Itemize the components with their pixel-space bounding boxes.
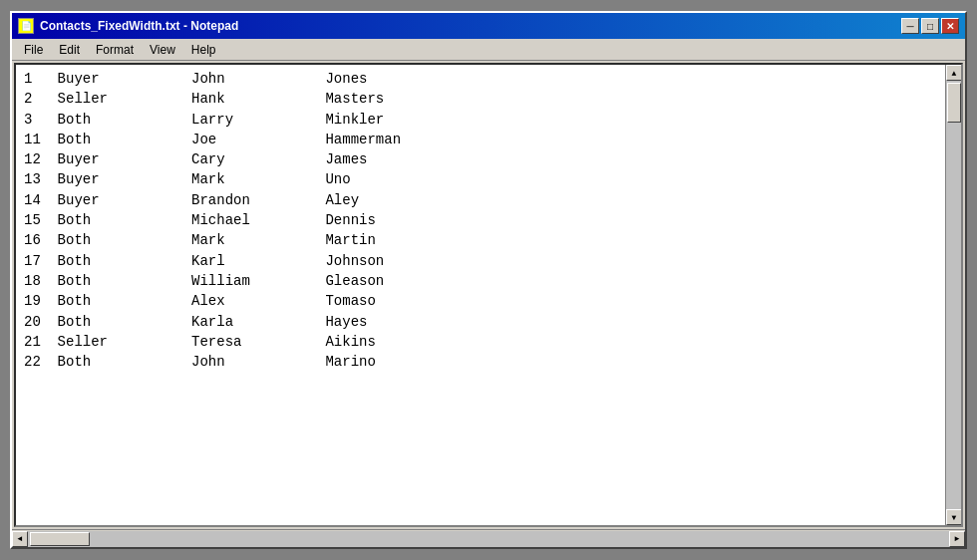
menu-edit[interactable]: Edit — [51, 41, 88, 59]
minimize-button[interactable]: ─ — [901, 18, 919, 34]
content-area: 1 Buyer John Jones 2 Seller Hank Masters… — [14, 63, 963, 527]
maximize-button[interactable]: □ — [921, 18, 939, 34]
app-icon: 📄 — [18, 18, 34, 34]
title-bar-left: 📄 Contacts_FixedWidth.txt - Notepad — [18, 18, 238, 34]
menu-file[interactable]: File — [16, 41, 51, 59]
scroll-down-button[interactable]: ▼ — [946, 509, 962, 525]
scroll-track-y[interactable] — [946, 81, 961, 509]
scroll-up-button[interactable]: ▲ — [946, 65, 962, 81]
close-button[interactable]: ✕ — [941, 18, 959, 34]
scroll-left-button[interactable]: ◄ — [12, 531, 28, 547]
window-controls: ─ □ ✕ — [901, 18, 959, 34]
menu-view[interactable]: View — [142, 41, 183, 59]
menu-help[interactable]: Help — [183, 41, 224, 59]
title-bar: 📄 Contacts_FixedWidth.txt - Notepad ─ □ … — [12, 13, 965, 39]
menu-bar: File Edit Format View Help — [12, 39, 965, 61]
notepad-window: 📄 Contacts_FixedWidth.txt - Notepad ─ □ … — [10, 11, 967, 549]
scroll-right-button[interactable]: ► — [949, 531, 965, 547]
menu-format[interactable]: Format — [88, 41, 142, 59]
scroll-thumb-x[interactable] — [30, 532, 90, 546]
scroll-thumb-y[interactable] — [947, 83, 961, 123]
text-editor[interactable]: 1 Buyer John Jones 2 Seller Hank Masters… — [16, 65, 945, 525]
window-title: Contacts_FixedWidth.txt - Notepad — [40, 19, 238, 33]
vertical-scrollbar[interactable]: ▲ ▼ — [945, 65, 961, 525]
horizontal-scrollbar: ◄ ► — [12, 529, 965, 547]
scroll-track-x[interactable] — [28, 531, 949, 547]
